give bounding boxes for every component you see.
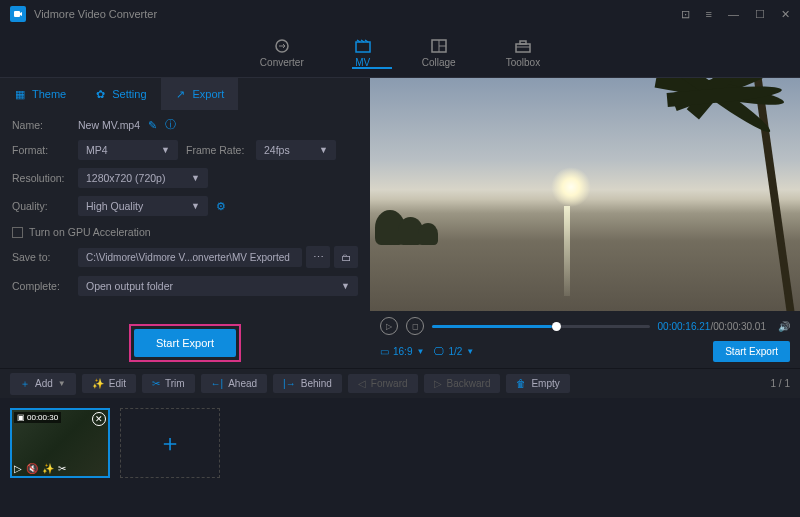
- forward-icon: ◁: [358, 378, 366, 389]
- resolution-label: Resolution:: [12, 172, 70, 184]
- complete-select[interactable]: Open output folder▼: [78, 276, 358, 296]
- nav-collage[interactable]: Collage: [422, 38, 456, 68]
- start-export-button-2[interactable]: Start Export: [713, 341, 790, 362]
- film-icon: ▣: [17, 413, 25, 422]
- clip-edit-icon[interactable]: ✨: [42, 463, 54, 474]
- backward-icon: ▷: [434, 378, 442, 389]
- start-export-button[interactable]: Start Export: [134, 329, 236, 357]
- chevron-down-icon: ▼: [161, 145, 170, 155]
- zoom-select[interactable]: 🖵1/2▼: [434, 346, 474, 357]
- theme-icon: ▦: [14, 88, 26, 100]
- export-icon: ↗: [175, 88, 187, 100]
- gear-icon[interactable]: ⚙: [216, 200, 226, 212]
- scissors-icon: ✂: [152, 378, 160, 389]
- svg-rect-2: [356, 42, 370, 52]
- chevron-down-icon: ▼: [191, 173, 200, 183]
- complete-label: Complete:: [12, 280, 70, 292]
- maximize-icon[interactable]: ☐: [755, 8, 765, 21]
- export-panel: ▦Theme ✿Setting ↗Export Name: New MV.mp4…: [0, 78, 370, 368]
- aspect-icon: ▭: [380, 346, 389, 357]
- svg-rect-0: [14, 11, 20, 17]
- nav-mv[interactable]: MV: [354, 38, 372, 68]
- name-value: New MV.mp4: [78, 119, 140, 131]
- svg-rect-7: [520, 41, 526, 44]
- tab-theme[interactable]: ▦Theme: [0, 78, 80, 110]
- gpu-label: Turn on GPU Acceleration: [29, 226, 151, 238]
- titlebar: Vidmore Video Converter ⊡ ≡ — ☐ ✕: [0, 0, 800, 28]
- behind-button[interactable]: |→Behind: [273, 374, 342, 393]
- setting-icon: ✿: [94, 88, 106, 100]
- menu-icon[interactable]: ≡: [706, 8, 712, 21]
- gpu-checkbox[interactable]: [12, 227, 23, 238]
- empty-button[interactable]: 🗑Empty: [506, 374, 569, 393]
- clip-remove-icon[interactable]: ✕: [92, 412, 106, 426]
- behind-icon: |→: [283, 378, 296, 389]
- chevron-down-icon: ▼: [58, 379, 66, 388]
- framerate-select[interactable]: 24fps▼: [256, 140, 336, 160]
- clip-mute-icon[interactable]: 🔇: [26, 463, 38, 474]
- close-icon[interactable]: ✕: [781, 8, 790, 21]
- volume-icon[interactable]: 🔊: [778, 321, 790, 332]
- stop-button[interactable]: ◻: [406, 317, 424, 335]
- nav-converter[interactable]: Converter: [260, 38, 304, 68]
- clip-play-icon[interactable]: ▷: [14, 463, 22, 474]
- resolution-select[interactable]: 1280x720 (720p)▼: [78, 168, 208, 188]
- framerate-label: Frame Rate:: [186, 144, 248, 156]
- wand-icon: ✨: [92, 378, 104, 389]
- browse-button[interactable]: ⋯: [306, 246, 330, 268]
- trash-icon: 🗑: [516, 378, 526, 389]
- start-export-highlight: Start Export: [129, 324, 241, 362]
- plus-icon: ＋: [20, 377, 30, 391]
- open-folder-icon[interactable]: 🗀: [334, 246, 358, 268]
- tab-setting[interactable]: ✿Setting: [80, 78, 160, 110]
- feedback-icon[interactable]: ⊡: [681, 8, 690, 21]
- info-icon[interactable]: ⓘ: [165, 118, 176, 132]
- preview-video[interactable]: [370, 78, 800, 311]
- clip-thumbnail[interactable]: ▣00:00:30 ✕ ▷ 🔇 ✨ ✂: [10, 408, 110, 478]
- edit-button[interactable]: ✨Edit: [82, 374, 136, 393]
- converter-icon: [273, 38, 291, 54]
- chevron-down-icon: ▼: [319, 145, 328, 155]
- preview-pane: ▷ ◻ 00:00:16.21/00:00:30.01 🔊 ▭16:9▼ 🖵1/…: [370, 78, 800, 368]
- tab-export[interactable]: ↗Export: [161, 78, 239, 110]
- format-select[interactable]: MP4▼: [78, 140, 178, 160]
- aspect-select[interactable]: ▭16:9▼: [380, 346, 424, 357]
- minimize-icon[interactable]: —: [728, 8, 739, 21]
- timecode: 00:00:16.21/00:00:30.01: [658, 321, 766, 332]
- add-clip-button[interactable]: ＋: [120, 408, 220, 478]
- clip-row: ▣00:00:30 ✕ ▷ 🔇 ✨ ✂ ＋: [0, 398, 800, 490]
- ahead-icon: ←|: [211, 378, 224, 389]
- clip-trim-icon[interactable]: ✂: [58, 463, 66, 474]
- backward-button[interactable]: ▷Backward: [424, 374, 501, 393]
- chevron-down-icon: ▼: [416, 347, 424, 356]
- toolbox-icon: [514, 38, 532, 54]
- app-logo: [10, 6, 26, 22]
- chevron-down-icon: ▼: [191, 201, 200, 211]
- add-button[interactable]: ＋Add▼: [10, 373, 76, 395]
- trim-button[interactable]: ✂Trim: [142, 374, 195, 393]
- mv-icon: [354, 38, 372, 54]
- format-label: Format:: [12, 144, 70, 156]
- seek-bar[interactable]: [432, 325, 650, 328]
- saveto-label: Save to:: [12, 251, 70, 263]
- chevron-down-icon: ▼: [341, 281, 350, 291]
- main-nav: Converter MV Collage Toolbox: [0, 28, 800, 78]
- play-button[interactable]: ▷: [380, 317, 398, 335]
- quality-label: Quality:: [12, 200, 70, 212]
- ahead-button[interactable]: ←|Ahead: [201, 374, 268, 393]
- edit-name-icon[interactable]: ✎: [148, 119, 157, 131]
- svg-rect-6: [516, 44, 530, 52]
- saveto-path: C:\Vidmore\Vidmore V...onverter\MV Expor…: [78, 248, 302, 267]
- app-title: Vidmore Video Converter: [34, 8, 157, 20]
- subtabs: ▦Theme ✿Setting ↗Export: [0, 78, 370, 110]
- quality-select[interactable]: High Quality▼: [78, 196, 208, 216]
- clip-toolbar: ＋Add▼ ✨Edit ✂Trim ←|Ahead |→Behind ◁Forw…: [0, 368, 800, 398]
- name-label: Name:: [12, 119, 70, 131]
- chevron-down-icon: ▼: [466, 347, 474, 356]
- nav-toolbox[interactable]: Toolbox: [506, 38, 540, 68]
- screen-icon: 🖵: [434, 346, 444, 357]
- collage-icon: [430, 38, 448, 54]
- clip-duration: ▣00:00:30: [14, 412, 61, 423]
- forward-button[interactable]: ◁Forward: [348, 374, 418, 393]
- pager: 1 / 1: [771, 378, 790, 389]
